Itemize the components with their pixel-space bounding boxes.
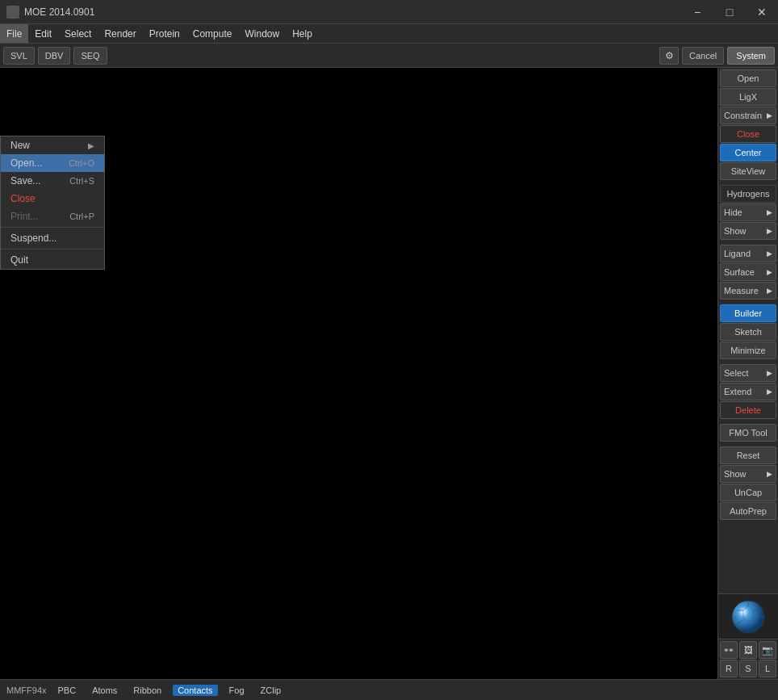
- minimize-button[interactable]: −: [681, 0, 713, 24]
- sidebar-ligand[interactable]: Ligand ▶: [720, 245, 776, 262]
- sidebar-show2[interactable]: Show ▶: [720, 465, 776, 483]
- glasses-button[interactable]: 👓: [720, 641, 738, 659]
- sidebar-show-label: Show: [724, 226, 747, 236]
- moe-icon: [6, 6, 19, 19]
- select-arrow-icon: ▶: [767, 369, 772, 377]
- dbv-button[interactable]: DBV: [38, 47, 71, 65]
- sidebar-hide[interactable]: Hide ▶: [720, 203, 776, 221]
- sidebar-measure-label: Measure: [724, 286, 759, 296]
- image-button[interactable]: 🖼: [739, 641, 757, 659]
- sidebar-surface[interactable]: Surface ▶: [720, 263, 776, 281]
- sidebar-close[interactable]: Close: [720, 125, 776, 143]
- menu-item-new[interactable]: New ▶: [1, 136, 104, 154]
- surface-arrow-icon: ▶: [767, 268, 772, 276]
- sidebar-constrain[interactable]: Constrain ▶: [720, 107, 776, 124]
- r-button[interactable]: R: [720, 660, 738, 677]
- menu-protein[interactable]: Protein: [143, 24, 186, 43]
- sidebar-ligand-label: Ligand: [724, 249, 751, 258]
- show-arrow-icon: ▶: [767, 227, 772, 235]
- maximize-button[interactable]: □: [713, 0, 746, 24]
- menu-item-print-label: Print...: [10, 211, 39, 222]
- mol-icon-area: [717, 593, 778, 639]
- constrain-arrow-icon: ▶: [767, 111, 772, 119]
- menu-file[interactable]: File: [0, 24, 28, 43]
- sidebar-sketch[interactable]: Sketch: [720, 323, 776, 341]
- menu-item-save-label: Save...: [10, 175, 40, 187]
- menu-item-close: Close: [1, 190, 104, 207]
- bottom-icon-row: 👓 🖼 📷: [720, 641, 776, 659]
- right-sidebar: Open LigX Constrain ▶ Close Center SiteV…: [717, 68, 778, 679]
- menu-item-print: Print... Ctrl+P: [1, 207, 104, 225]
- measure-arrow-icon: ▶: [767, 287, 772, 295]
- menu-item-suspend-label: Suspend...: [10, 233, 56, 244]
- titlebar-left: MOE 2014.0901: [0, 6, 94, 19]
- menu-edit[interactable]: Edit: [28, 24, 58, 43]
- bottom-bar: MMFF94x PBC Atoms Ribbon Contacts Fog ZC…: [0, 679, 778, 700]
- menu-render[interactable]: Render: [98, 24, 142, 43]
- menu-item-suspend[interactable]: Suspend...: [1, 229, 104, 247]
- pbc-button[interactable]: PBC: [53, 685, 82, 696]
- sidebar-minimize[interactable]: Minimize: [720, 342, 776, 359]
- sidebar-uncap[interactable]: UnCap: [720, 484, 776, 501]
- sidebar-hydrogens-label: Hydrogens: [720, 185, 776, 203]
- atoms-button[interactable]: Atoms: [87, 685, 122, 696]
- menu-item-quit[interactable]: Quit: [1, 251, 104, 269]
- forcefield-label: MMFF94x: [6, 685, 47, 695]
- svl-button[interactable]: SVL: [3, 47, 35, 65]
- menu-compute[interactable]: Compute: [186, 24, 239, 43]
- sidebar-hide-label: Hide: [724, 207, 742, 217]
- sidebar-reset[interactable]: Reset: [720, 446, 776, 464]
- bottom-label-row: R S L: [720, 660, 776, 677]
- titlebar-controls: − □ ✕: [681, 0, 778, 23]
- hide-arrow-icon: ▶: [767, 208, 772, 216]
- sidebar-show[interactable]: Show ▶: [720, 222, 776, 240]
- camera-button[interactable]: 📷: [759, 641, 776, 659]
- settings-button[interactable]: ⚙: [659, 47, 679, 65]
- close-button[interactable]: ✕: [746, 0, 778, 24]
- s-button[interactable]: S: [739, 660, 757, 677]
- sidebar-siteview[interactable]: SiteView: [720, 162, 776, 180]
- zclip-button[interactable]: ZClip: [256, 685, 287, 696]
- canvas-area[interactable]: New ▶ Open... Ctrl+O Save... Ctrl+S Clos…: [0, 68, 717, 679]
- sidebar-open[interactable]: Open: [720, 69, 776, 87]
- toolbar: SVL DBV SEQ ⚙ Cancel System: [0, 44, 778, 68]
- ribbon-button[interactable]: Ribbon: [128, 685, 166, 696]
- sidebar-select[interactable]: Select ▶: [720, 364, 776, 382]
- titlebar: MOE 2014.0901 − □ ✕: [0, 0, 778, 24]
- sidebar-fmo-tool[interactable]: FMO Tool: [720, 424, 776, 442]
- sidebar-extend-label: Extend: [724, 387, 751, 396]
- molecule-ball-icon: [730, 599, 766, 635]
- seq-button[interactable]: SEQ: [73, 47, 107, 65]
- sidebar-autoprep[interactable]: AutoPrep: [720, 502, 776, 520]
- separator-2: [1, 249, 104, 249]
- l-button[interactable]: L: [759, 660, 776, 677]
- menu-help[interactable]: Help: [286, 24, 319, 43]
- sidebar-center[interactable]: Center: [720, 144, 776, 161]
- menu-select[interactable]: Select: [58, 24, 98, 43]
- open-shortcut: Ctrl+O: [69, 158, 94, 168]
- sidebar-builder[interactable]: Builder: [720, 304, 776, 322]
- sidebar-ligx[interactable]: LigX: [720, 88, 776, 106]
- separator-1: [1, 227, 104, 228]
- menu-item-save[interactable]: Save... Ctrl+S: [1, 172, 104, 190]
- print-shortcut: Ctrl+P: [69, 212, 94, 221]
- fog-button[interactable]: Fog: [224, 685, 249, 696]
- menu-item-open[interactable]: Open... Ctrl+O: [1, 154, 104, 172]
- sidebar-measure[interactable]: Measure ▶: [720, 282, 776, 300]
- sidebar-delete[interactable]: Delete: [720, 401, 776, 419]
- sidebar-select-label: Select: [724, 368, 749, 378]
- file-dropdown-menu: New ▶ Open... Ctrl+O Save... Ctrl+S Clos…: [0, 136, 105, 270]
- contacts-button[interactable]: Contacts: [173, 685, 217, 696]
- sidebar-extend[interactable]: Extend ▶: [720, 383, 776, 400]
- save-shortcut: Ctrl+S: [69, 176, 94, 186]
- bottom-icons-panel: 👓 🖼 📷 R S L: [717, 639, 778, 679]
- show2-arrow-icon: ▶: [767, 470, 772, 478]
- menu-window[interactable]: Window: [238, 24, 286, 43]
- menubar: File Edit Select Render Protein Compute …: [0, 24, 778, 44]
- system-button[interactable]: System: [727, 47, 775, 65]
- cancel-button[interactable]: Cancel: [682, 47, 724, 65]
- main-layout: New ▶ Open... Ctrl+O Save... Ctrl+S Clos…: [0, 68, 778, 679]
- new-arrow-icon: ▶: [88, 141, 94, 150]
- ligand-arrow-icon: ▶: [767, 249, 772, 258]
- titlebar-title: MOE 2014.0901: [24, 6, 94, 18]
